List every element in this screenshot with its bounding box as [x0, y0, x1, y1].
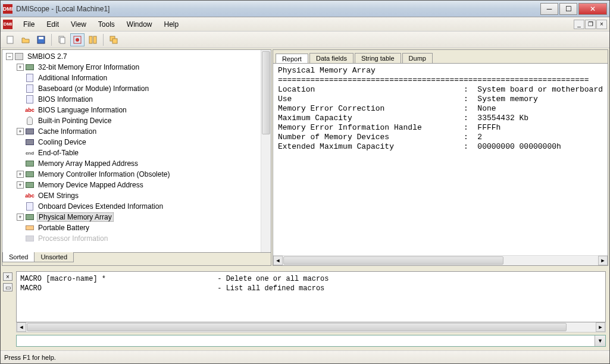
window-title: DMIScope - [Local Machine1]: [16, 5, 540, 13]
tree-item[interactable]: abcBIOS Language Information: [4, 105, 270, 115]
h-scrollbar-thumb[interactable]: [27, 323, 567, 331]
highlight-button[interactable]: [70, 33, 85, 46]
tree-item[interactable]: +Memory Device Mapped Address: [4, 180, 270, 190]
menu-edit[interactable]: Edit: [40, 18, 65, 30]
tree-root[interactable]: − SMBIOS 2.7: [4, 51, 270, 62]
new-button[interactable]: [3, 33, 17, 46]
chipb-icon: [25, 127, 35, 136]
macro-line: MACRO [macro-name] * - Delete one or all…: [20, 274, 602, 284]
chip-icon: [25, 213, 35, 221]
mouse-icon: [25, 117, 35, 125]
close-button[interactable]: ✕: [578, 3, 607, 15]
tree-item[interactable]: Onboard Devices Extended Information: [4, 201, 270, 212]
tab-dump[interactable]: Dump: [402, 53, 433, 63]
report-row: Memory Error Correction : None: [278, 104, 603, 114]
copy-button[interactable]: [55, 33, 69, 46]
macro-output[interactable]: MACRO [macro-name] * - Delete one or all…: [16, 271, 606, 322]
abc-icon: abc: [25, 192, 35, 200]
tree-item[interactable]: BIOS Information: [4, 94, 270, 105]
tile-button[interactable]: [86, 33, 100, 46]
dropdown-icon[interactable]: ▼: [595, 335, 605, 346]
toolbar: [1, 32, 609, 48]
console-close-button[interactable]: ×: [3, 272, 12, 281]
expand-icon[interactable]: +: [17, 181, 24, 189]
svg-rect-8: [93, 36, 96, 43]
scroll-right-button[interactable]: ►: [598, 256, 608, 265]
tree-item[interactable]: Portable Battery: [4, 222, 270, 233]
mdi-minimize-button[interactable]: _: [574, 20, 584, 29]
svg-rect-10: [112, 39, 117, 43]
mdi-close-button[interactable]: ×: [596, 20, 607, 29]
report-h-scrollbar[interactable]: ◄ ►: [273, 255, 608, 265]
expand-icon[interactable]: +: [17, 64, 24, 71]
expand-icon[interactable]: +: [17, 214, 24, 221]
cascade-button[interactable]: [107, 33, 121, 46]
tree-item[interactable]: +Physical Memory Array: [4, 212, 270, 222]
menubar: DMI FileEditViewToolsWindowHelp _ ❐ ×: [1, 17, 609, 32]
tab-unsorted[interactable]: Unsorted: [34, 252, 74, 262]
h-scrollbar-thumb[interactable]: [283, 256, 503, 265]
tree-item[interactable]: +32-bit Memory Error Information: [4, 62, 270, 73]
titlebar[interactable]: DMI DMIScope - [Local Machine1] ─ ☐ ✕: [1, 1, 609, 17]
tab-report[interactable]: Report: [276, 54, 308, 64]
chip-icon: [25, 63, 35, 71]
expand-icon[interactable]: +: [17, 171, 24, 178]
svg-rect-2: [39, 37, 43, 39]
chipb-icon: [25, 234, 35, 243]
report-text[interactable]: Physical Memory Array ==================…: [273, 63, 608, 255]
tree-item[interactable]: Baseboard (or Module) Information: [4, 83, 270, 94]
report-row: Use : System memory: [278, 95, 603, 104]
status-text: Press F1 for help.: [4, 354, 56, 361]
menu-help[interactable]: Help: [158, 18, 185, 30]
report-row: Memory Error Information Handle : FFFFh: [278, 123, 603, 133]
report-title: Physical Memory Array: [278, 66, 603, 76]
doc-icon: [25, 95, 35, 103]
mdi-restore-button[interactable]: ❐: [585, 20, 596, 29]
tree-item[interactable]: Built-in Pointing Device: [4, 115, 270, 126]
scrollbar-thumb[interactable]: [262, 51, 270, 134]
menu-tools[interactable]: Tools: [92, 18, 121, 30]
report-row: Location : System board or motherboard: [278, 85, 603, 95]
console-h-scrollbar[interactable]: ◄ ►: [16, 322, 606, 332]
report-divider: ========================================…: [278, 76, 603, 85]
report-row: Number of Memory Devices : 2: [278, 133, 603, 142]
menu-file[interactable]: File: [17, 18, 40, 30]
command-combo[interactable]: ▼: [16, 335, 606, 347]
tree-item[interactable]: Additional Information: [4, 73, 270, 83]
tab-string-table[interactable]: String table: [355, 53, 401, 63]
chip-icon: [25, 170, 35, 178]
computer-icon: [14, 52, 24, 61]
tree-scrollbar[interactable]: [261, 50, 271, 252]
tree-item[interactable]: Memory Array Mapped Address: [4, 158, 270, 169]
scroll-left-button[interactable]: ◄: [17, 322, 26, 332]
app-window: DMI DMIScope - [Local Machine1] ─ ☐ ✕ DM…: [0, 0, 610, 364]
tree-item[interactable]: abcOEM Strings: [4, 190, 270, 201]
tree-view[interactable]: − SMBIOS 2.7 +32-bit Memory Error Inform…: [2, 50, 271, 252]
tree-item[interactable]: endEnd-of-Table: [4, 148, 270, 158]
tree-item[interactable]: Processor Information: [4, 233, 270, 244]
chipb-icon: [25, 138, 35, 146]
menu-view[interactable]: View: [65, 18, 92, 30]
mdi-icon: DMI: [3, 20, 12, 29]
svg-rect-0: [7, 36, 13, 43]
chip-icon: [25, 159, 35, 168]
tree-item[interactable]: Cooling Device: [4, 137, 270, 148]
tree-item[interactable]: +Memory Controller Information (Obsolete…: [4, 169, 270, 180]
collapse-icon[interactable]: −: [6, 53, 13, 60]
report-row: Extended Maximum Capacity : 00000000 000…: [278, 142, 603, 152]
scroll-left-button[interactable]: ◄: [273, 256, 283, 265]
open-button[interactable]: [18, 33, 33, 46]
scroll-right-button[interactable]: ►: [596, 322, 605, 332]
tab-sorted[interactable]: Sorted: [2, 252, 35, 262]
tree-item[interactable]: +Cache Information: [4, 126, 270, 137]
console-panel: × ▭ MACRO [macro-name] * - Delete one or…: [1, 267, 609, 350]
expand-icon[interactable]: +: [17, 128, 24, 135]
save-button[interactable]: [34, 33, 48, 46]
main-area: − SMBIOS 2.7 +32-bit Memory Error Inform…: [1, 48, 609, 350]
minimize-button[interactable]: ─: [540, 3, 558, 15]
tree-panel: − SMBIOS 2.7 +32-bit Memory Error Inform…: [2, 49, 271, 266]
tab-data-fields[interactable]: Data fields: [309, 53, 354, 63]
console-pin-button[interactable]: ▭: [3, 283, 12, 291]
menu-window[interactable]: Window: [121, 18, 158, 30]
maximize-button[interactable]: ☐: [559, 3, 577, 15]
